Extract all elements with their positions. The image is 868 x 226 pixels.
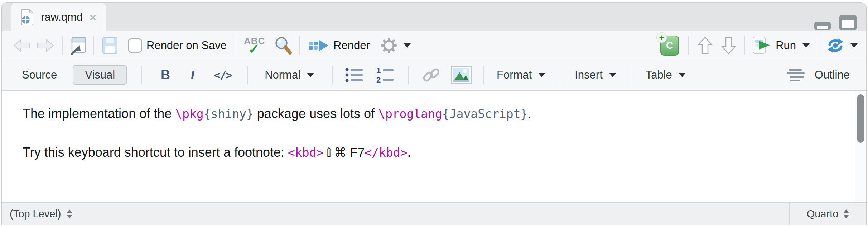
separator bbox=[141, 66, 142, 84]
find-replace-icon[interactable] bbox=[274, 36, 293, 55]
window-buttons bbox=[814, 15, 857, 30]
paragraph: Try this keyboard shortcut to insert a f… bbox=[23, 144, 834, 161]
tab-raw-qmd[interactable]: raw.qmd × bbox=[11, 3, 106, 32]
separator bbox=[818, 36, 818, 55]
outline-icon bbox=[787, 69, 805, 81]
render-on-save-checkbox[interactable] bbox=[128, 38, 142, 53]
render-icon bbox=[309, 38, 329, 53]
run-previous-chunks-icon[interactable] bbox=[698, 36, 713, 55]
latex-argument: {JavaScript} bbox=[442, 107, 527, 121]
file-type-selector[interactable]: Quarto bbox=[789, 203, 866, 225]
keyboard-shortcut: ⇧⌘ F7 bbox=[323, 145, 365, 159]
spellcheck-icon[interactable]: ABC ✓ bbox=[243, 36, 267, 56]
numbered-list-icon[interactable]: 1 2 bbox=[376, 67, 396, 83]
text-run: The implementation of the bbox=[23, 106, 175, 121]
separator bbox=[299, 36, 300, 55]
separator bbox=[247, 66, 248, 84]
render-button[interactable]: Render bbox=[309, 38, 370, 53]
inline-code-button[interactable]: </> bbox=[214, 69, 232, 81]
run-label: Run bbox=[776, 39, 796, 52]
chevron-down-icon bbox=[679, 73, 686, 77]
italic-button[interactable]: I bbox=[190, 67, 195, 83]
separator bbox=[332, 66, 333, 84]
back-icon[interactable] bbox=[12, 38, 32, 53]
chevron-down-icon bbox=[307, 73, 314, 77]
paragraph: The implementation of the \pkg{shiny} pa… bbox=[23, 105, 834, 122]
paragraph-style-dropdown[interactable]: Normal bbox=[265, 69, 314, 81]
separator bbox=[93, 36, 94, 55]
status-bar: (Top Level) Quarto bbox=[2, 202, 866, 225]
insert-chunk-button[interactable]: +C bbox=[660, 36, 679, 56]
render-label: Render bbox=[333, 39, 370, 52]
scope-label: (Top Level) bbox=[10, 208, 61, 220]
separator bbox=[408, 66, 409, 84]
latex-command: \pkg bbox=[175, 107, 203, 121]
forward-icon[interactable] bbox=[35, 38, 56, 53]
quarto-file-icon bbox=[20, 8, 34, 26]
chevron-down-icon bbox=[538, 73, 545, 77]
run-next-chunk-icon[interactable] bbox=[721, 36, 736, 55]
up-down-selector-icon bbox=[67, 209, 72, 218]
render-on-save-toggle[interactable]: Render on Save bbox=[128, 38, 227, 53]
tab-bar: raw.qmd × bbox=[2, 3, 866, 31]
tab-close-icon[interactable]: × bbox=[89, 11, 96, 23]
latex-command: \proglang bbox=[378, 107, 442, 121]
svg-text:2: 2 bbox=[376, 75, 381, 83]
text-run: . bbox=[408, 145, 411, 160]
scrollbar-thumb[interactable] bbox=[857, 94, 864, 143]
file-type-label: Quarto bbox=[807, 208, 839, 220]
scope-selector[interactable]: (Top Level) bbox=[2, 203, 789, 225]
chevron-down-icon bbox=[609, 73, 616, 77]
open-in-new-window-icon[interactable] bbox=[69, 36, 87, 55]
html-tag: </kbd> bbox=[365, 146, 407, 160]
source-pane: raw.qmd × bbox=[1, 2, 867, 225]
link-icon[interactable] bbox=[421, 66, 441, 84]
text-run: Try this keyboard shortcut to insert a f… bbox=[23, 145, 288, 160]
format-toolbar: Source Visual B I </> Normal bbox=[2, 60, 866, 91]
html-tag: <kbd> bbox=[288, 146, 323, 160]
save-icon[interactable] bbox=[102, 37, 118, 55]
chevron-down-icon bbox=[802, 43, 810, 48]
outline-label: Outline bbox=[815, 69, 850, 81]
separator bbox=[483, 66, 484, 84]
render-on-save-label: Render on Save bbox=[146, 39, 227, 52]
image-icon[interactable] bbox=[451, 66, 472, 84]
separator bbox=[631, 66, 631, 84]
plus-badge-icon: + bbox=[657, 33, 667, 43]
latex-argument: {shiny} bbox=[204, 107, 254, 121]
separator bbox=[235, 36, 235, 55]
text-run: package uses lots of bbox=[254, 106, 378, 121]
chevron-down-icon bbox=[404, 43, 411, 48]
svg-text:1: 1 bbox=[376, 67, 381, 75]
format-menu[interactable]: Format bbox=[497, 69, 545, 81]
minimize-button[interactable] bbox=[814, 21, 831, 30]
rerun-icon bbox=[827, 38, 844, 53]
outline-toggle-button[interactable]: Outline bbox=[787, 69, 850, 81]
run-icon bbox=[753, 37, 771, 55]
document-body: The implementation of the \pkg{shiny} pa… bbox=[2, 91, 866, 161]
separator bbox=[688, 36, 689, 55]
separator bbox=[560, 66, 560, 84]
render-options-button[interactable] bbox=[381, 37, 411, 54]
table-menu[interactable]: Table bbox=[646, 69, 686, 81]
tab-title: raw.qmd bbox=[41, 11, 83, 24]
up-down-selector-icon bbox=[843, 209, 849, 218]
source-mode-button[interactable]: Source bbox=[22, 69, 57, 81]
insert-menu[interactable]: Insert bbox=[575, 69, 616, 81]
separator bbox=[744, 36, 745, 55]
visual-mode-button[interactable]: Visual bbox=[73, 65, 127, 85]
chevron-down-icon bbox=[850, 43, 858, 48]
main-toolbar: Render on Save ABC ✓ bbox=[2, 31, 866, 60]
bold-button[interactable]: B bbox=[161, 67, 170, 83]
maximize-button[interactable] bbox=[839, 15, 857, 30]
editor-pane-window: raw.qmd × bbox=[0, 0, 868, 226]
run-button[interactable]: Run bbox=[753, 37, 810, 55]
text-run: . bbox=[527, 106, 531, 121]
bullet-list-icon[interactable] bbox=[345, 67, 364, 83]
vertical-scrollbar[interactable] bbox=[855, 91, 866, 202]
visual-editor-canvas[interactable]: The implementation of the \pkg{shiny} pa… bbox=[2, 91, 866, 202]
separator bbox=[62, 36, 63, 55]
gear-icon bbox=[381, 37, 397, 54]
rerun-button[interactable] bbox=[827, 38, 858, 53]
